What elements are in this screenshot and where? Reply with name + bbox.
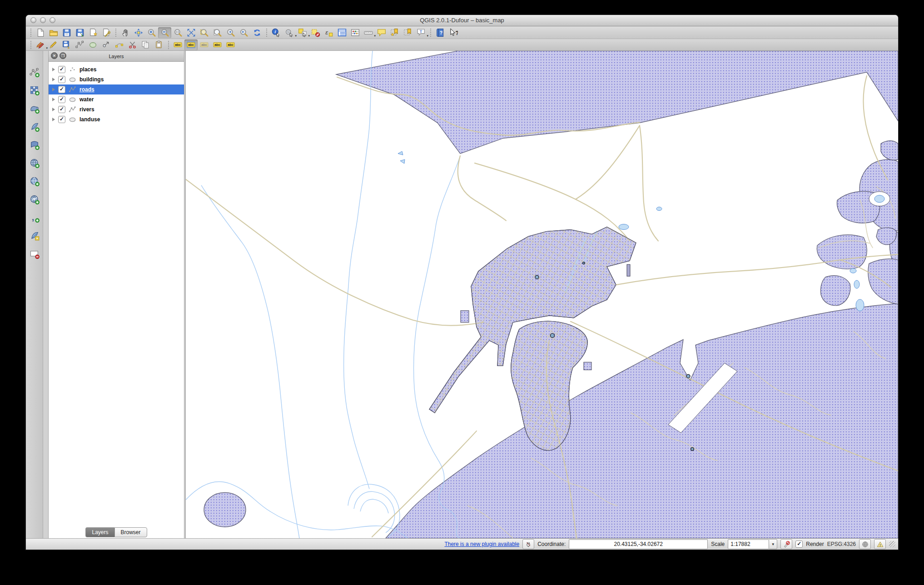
polygon-geometry-icon [69, 96, 76, 104]
scale-dropdown-icon[interactable]: ▼ [769, 539, 777, 549]
add-vector-layer-button[interactable] [28, 66, 41, 78]
map-tips-button[interactable] [375, 27, 388, 38]
run-feature-action-button[interactable]: ▾ [283, 27, 296, 38]
remove-layer-button[interactable] [28, 248, 41, 260]
select-features-button[interactable]: ▾ [296, 27, 309, 38]
expander-icon[interactable] [52, 78, 55, 81]
zoom-next-button[interactable] [237, 27, 250, 38]
coordinate-input[interactable] [569, 539, 708, 549]
status-bar: There is a new plugin available Coordina… [26, 538, 898, 550]
save-project-as-button[interactable] [73, 27, 86, 38]
zoom-full-button[interactable] [184, 27, 198, 38]
expander-icon[interactable] [52, 108, 55, 111]
scale-input[interactable] [728, 539, 769, 549]
measure-button[interactable]: ▾ [362, 27, 375, 38]
panel-close-icon[interactable]: ✕ [51, 52, 58, 59]
crs-status-button[interactable] [859, 539, 871, 549]
cut-features-button[interactable] [126, 40, 139, 50]
expander-icon[interactable] [52, 98, 55, 101]
dropdown-arrow-icon[interactable]: ▾ [427, 34, 428, 37]
minimize-window-button[interactable] [40, 17, 46, 23]
new-print-composer-button[interactable] [86, 27, 99, 38]
field-calculator-button[interactable] [348, 27, 362, 38]
layer-visibility-checkbox[interactable]: ✓ [58, 106, 65, 113]
layer-visibility-checkbox[interactable]: ✓ [58, 66, 65, 73]
refresh-map-button[interactable] [250, 27, 263, 38]
stop-render-button[interactable] [780, 539, 792, 549]
render-checkbox[interactable]: ✓ [795, 540, 803, 548]
add-wms-layer-button[interactable] [28, 157, 41, 169]
new-bookmark-button[interactable] [388, 27, 401, 38]
composer-manager-button[interactable] [99, 27, 113, 38]
move-label-button[interactable]: abc [211, 40, 224, 50]
zoom-to-layer-button[interactable] [211, 27, 224, 38]
deselect-features-button[interactable] [309, 27, 322, 38]
show-bookmarks-icon [403, 28, 412, 37]
zoom-to-selection-button[interactable] [198, 27, 211, 38]
add-feature-button[interactable] [73, 40, 86, 50]
save-project-button[interactable] [60, 27, 73, 38]
move-feature-button[interactable] [99, 40, 113, 50]
plugin-icon[interactable] [522, 539, 534, 549]
zoom-in-button[interactable] [145, 27, 158, 38]
layer-item-roads[interactable]: ✓roads [49, 84, 184, 94]
scale-combo[interactable]: ▼ [728, 539, 777, 549]
change-label-button[interactable]: abc [224, 40, 237, 50]
open-project-button[interactable] [47, 27, 60, 38]
expander-icon[interactable] [52, 118, 55, 121]
pin-labels-button[interactable]: abc [184, 40, 198, 50]
tab-browser[interactable]: Browser [114, 527, 147, 537]
add-wcs-layer-button[interactable] [28, 175, 41, 187]
layer-visibility-checkbox[interactable]: ✓ [58, 116, 65, 123]
identify-features-button[interactable]: i [269, 27, 283, 38]
show-hide-labels-button[interactable]: abc [198, 40, 211, 50]
layers-panel-header[interactable]: ✕ ❐ Layers [49, 51, 184, 62]
text-annotation-button[interactable]: T▾ [414, 27, 427, 38]
paste-features-button[interactable] [152, 40, 165, 50]
layer-item-landuse[interactable]: ✓landuse [49, 114, 184, 124]
help-contents-button[interactable]: ? [433, 27, 447, 38]
zoom-native-button[interactable]: 1:1 [171, 27, 184, 38]
pan-to-selection-button[interactable] [132, 27, 145, 38]
message-log-button[interactable]: ! [874, 539, 886, 549]
node-tool-button[interactable] [113, 40, 126, 50]
layer-visibility-checkbox[interactable]: ✓ [58, 96, 65, 103]
add-polygon-feature-button[interactable] [86, 40, 99, 50]
layer-visibility-checkbox[interactable]: ✓ [58, 76, 65, 83]
panel-float-icon[interactable]: ❐ [60, 52, 66, 59]
new-spatialite-layer-button[interactable] [28, 230, 41, 242]
save-layer-edits-button[interactable] [60, 40, 73, 50]
plugin-update-link[interactable]: There is a new plugin available [444, 541, 519, 547]
open-attribute-table-button[interactable] [335, 27, 348, 38]
expander-icon[interactable] [52, 68, 55, 71]
close-window-button[interactable] [30, 17, 36, 23]
copy-features-button[interactable] [139, 40, 152, 50]
add-mssql-layer-button[interactable] [28, 139, 41, 151]
show-bookmarks-button[interactable] [401, 27, 414, 38]
layer-item-places[interactable]: ✓places [49, 64, 184, 74]
new-project-button[interactable] [34, 27, 47, 38]
current-edits-button[interactable]: ▾ [34, 40, 47, 50]
select-by-expression-button[interactable]: ε [322, 27, 335, 38]
layer-item-buildings[interactable]: ✓buildings [49, 74, 184, 84]
add-raster-layer-button[interactable] [28, 84, 41, 96]
tab-layers[interactable]: Layers [85, 527, 114, 537]
zoom-window-button[interactable] [50, 17, 55, 23]
layer-item-rivers[interactable]: ✓rivers [49, 104, 184, 114]
map-canvas[interactable] [186, 51, 898, 538]
zoom-out-button[interactable] [158, 27, 171, 38]
pan-map-button[interactable] [119, 27, 132, 38]
expander-icon[interactable] [52, 88, 55, 91]
zoom-last-button[interactable] [224, 27, 237, 38]
toggle-editing-button[interactable] [47, 40, 60, 50]
add-spatialite-layer-button[interactable] [28, 121, 41, 133]
title-bar[interactable]: QGIS 2.0.1-Dufour – basic_map [26, 15, 898, 26]
layer-visibility-checkbox[interactable]: ✓ [58, 86, 65, 93]
add-delimited-text-layer-button[interactable]: , [28, 212, 41, 223]
whats-this-button[interactable]: ? [447, 27, 460, 38]
layer-labeling-button[interactable]: abc [171, 40, 184, 50]
resize-grip[interactable] [889, 541, 895, 547]
add-wfs-layer-button[interactable] [28, 193, 41, 205]
layer-item-water[interactable]: ✓water [49, 94, 184, 104]
add-postgis-layer-button[interactable] [28, 103, 41, 114]
